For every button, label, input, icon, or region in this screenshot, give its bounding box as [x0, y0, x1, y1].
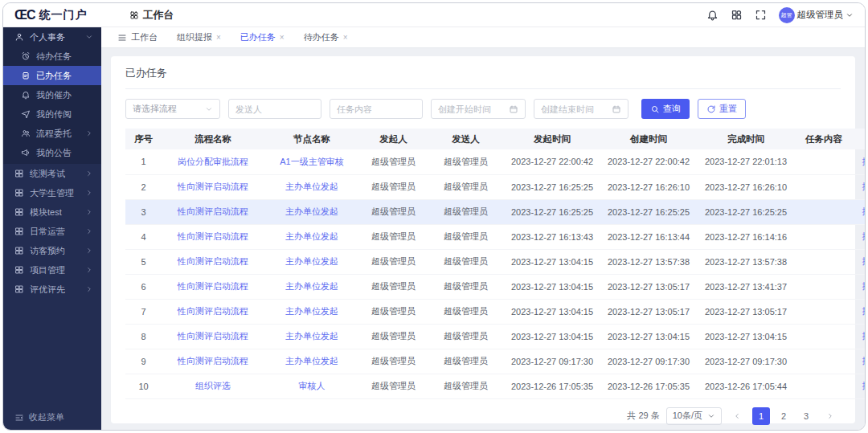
page-button[interactable]: 3	[797, 407, 815, 425]
node-link[interactable]: 主办单位发起	[264, 199, 359, 224]
process-link[interactable]: 组织评选	[162, 374, 264, 398]
table-row[interactable]: 7性向测评启动流程主办单位发起超级管理员超级管理员2023-12-27 13:0…	[125, 299, 866, 324]
recall-action[interactable]: 撤回	[862, 231, 866, 241]
process-link[interactable]: 性向测评启动流程	[162, 274, 264, 299]
process-link[interactable]: 性向测评启动流程	[162, 299, 264, 324]
next-page-button[interactable]	[821, 407, 839, 425]
process-link[interactable]: 性向测评启动流程	[162, 174, 264, 199]
process-link[interactable]: 性向测评启动流程	[162, 249, 264, 274]
initiator-cell: 超级管理员	[359, 349, 428, 374]
search-button[interactable]: 查询	[641, 99, 690, 119]
filter-bar: 请选择流程	[125, 99, 841, 119]
sidebar-item-link[interactable]: 待办任务	[3, 47, 101, 66]
tab-item[interactable]: 工作台	[108, 27, 167, 47]
table-row[interactable]: 4性向测评启动流程主办单位发起超级管理员超级管理员2023-12-27 16:1…	[125, 224, 866, 249]
sidebar-section-personal[interactable]: 个人事务	[3, 27, 101, 47]
table-row[interactable]: 6性向测评启动流程主办单位发起超级管理员超级管理员2023-12-27 13:0…	[125, 274, 866, 299]
node-link[interactable]: 主办单位发起	[264, 224, 359, 249]
process-link[interactable]: 性向测评启动流程	[162, 349, 264, 374]
sidebar-group[interactable]: 日常运营	[3, 222, 101, 241]
node-link[interactable]: 主办单位发起	[264, 174, 359, 199]
node-link[interactable]: A1一级主管审核	[264, 149, 359, 174]
collapse-icon	[14, 413, 24, 423]
page-button[interactable]: 2	[775, 407, 792, 425]
sidebar-group-label: 项目管理	[30, 264, 65, 276]
table-row[interactable]: 5性向测评启动流程主办单位发起超级管理员超级管理员2023-12-27 13:0…	[125, 249, 866, 274]
recall-action[interactable]: 撤回	[862, 331, 866, 341]
content-filter-input[interactable]	[337, 104, 416, 114]
tab-item[interactable]: 组织提报×	[167, 27, 231, 47]
recall-action[interactable]: 撤回	[862, 256, 866, 266]
recall-action[interactable]: 撤回	[862, 206, 866, 216]
search-icon	[650, 104, 660, 114]
row-no: 3	[125, 199, 162, 224]
recall-action[interactable]: 撤回	[862, 157, 866, 166]
collapse-menu-button[interactable]: 收起菜单	[3, 411, 101, 423]
initiator-cell: 超级管理员	[359, 274, 428, 299]
process-link[interactable]: 性向测评启动流程	[162, 324, 264, 349]
user-menu[interactable]: 超管 超级管理员	[779, 7, 854, 23]
process-filter-select[interactable]: 请选择流程	[125, 99, 220, 119]
node-link[interactable]: 主办单位发起	[264, 249, 359, 274]
sidebar-item-link[interactable]: 我的催办	[3, 85, 101, 104]
prev-page-button[interactable]	[728, 407, 746, 425]
recall-action[interactable]: 撤回	[862, 306, 866, 316]
send-icon	[21, 109, 31, 119]
sidebar-group[interactable]: 访客预约	[3, 241, 101, 260]
tab-item[interactable]: 待办任务×	[294, 27, 358, 47]
node-link[interactable]: 主办单位发起	[264, 299, 359, 324]
page-button[interactable]: 1	[752, 407, 770, 425]
apps-grid-icon[interactable]	[731, 9, 743, 21]
tab-close-icon[interactable]: ×	[343, 33, 348, 42]
chevron-down-icon	[85, 33, 93, 41]
table-row[interactable]: 9性向测评启动流程主办单位发起超级管理员超级管理员2023-12-27 09:1…	[125, 349, 866, 374]
sidebar-group[interactable]: 大学生管理	[3, 183, 101, 202]
done-tasks-panel: 已办任务 请选择流程	[111, 56, 855, 423]
recall-action[interactable]: 撤回	[862, 281, 866, 291]
sidebar-group[interactable]: 模块test	[3, 202, 101, 222]
sidebar-group[interactable]: 统测考试	[3, 164, 101, 183]
tab-close-icon[interactable]: ×	[216, 33, 221, 42]
table-row[interactable]: 3性向测评启动流程主办单位发起超级管理员超级管理员2023-12-27 16:2…	[125, 199, 866, 224]
person-icon	[14, 32, 24, 42]
recall-action[interactable]: 撤回	[862, 381, 866, 390]
reset-button[interactable]: 重置	[698, 99, 746, 119]
sidebar-item-link[interactable]: 流程委托	[3, 124, 101, 143]
bell-icon[interactable]	[706, 9, 719, 21]
tab-close-icon[interactable]: ×	[280, 33, 285, 42]
start-time-input[interactable]	[438, 104, 509, 114]
sender-cell: 超级管理员	[428, 299, 504, 324]
tab-item[interactable]: 已办任务×	[231, 27, 294, 47]
node-link[interactable]: 主办单位发起	[264, 324, 359, 349]
recall-action[interactable]: 撤回	[862, 182, 866, 191]
sender-filter-input[interactable]	[235, 104, 314, 114]
finished-time-cell: 2023-12-27 16:26:10	[697, 174, 795, 199]
task-content-cell	[795, 249, 853, 274]
sidebar-item-link[interactable]: 我的传阅	[3, 104, 101, 124]
table-row[interactable]: 2性向测评启动流程主办单位发起超级管理员超级管理员2023-12-27 16:2…	[125, 174, 866, 199]
recall-action[interactable]: 撤回	[862, 356, 866, 366]
node-link[interactable]: 主办单位发起	[264, 274, 359, 299]
logo-text: 统一门户	[39, 8, 88, 22]
process-link[interactable]: 性向测评启动流程	[162, 199, 264, 224]
sidebar-group[interactable]: 项目管理	[3, 260, 101, 280]
table-row[interactable]: 8性向测评启动流程主办单位发起超级管理员超级管理员2023-12-27 13:0…	[125, 324, 866, 349]
node-link[interactable]: 审核人	[264, 374, 359, 398]
tabbar: 工作台组织提报×已办任务×待办任务×	[101, 27, 865, 48]
menu-icon	[117, 33, 127, 43]
logo[interactable]: ŒC 统一门户	[14, 8, 88, 22]
fullscreen-icon[interactable]	[755, 9, 767, 21]
node-link[interactable]: 主办单位发起	[264, 349, 359, 374]
process-link[interactable]: 性向测评启动流程	[162, 224, 264, 249]
start-time-cell: 2023-12-27 13:04:15	[504, 299, 600, 324]
end-time-input[interactable]	[541, 104, 612, 114]
sidebar-group[interactable]: 评优评先	[3, 280, 101, 299]
sidebar-item-link[interactable]: 我的公告	[3, 143, 101, 162]
process-link[interactable]: 岗位分配审批流程	[162, 149, 264, 174]
sidebar-item-active[interactable]: 已办任务	[3, 66, 101, 85]
workspace-switcher[interactable]: 工作台	[129, 8, 174, 22]
page-buttons: 123	[752, 407, 815, 425]
table-row[interactable]: 10组织评选审核人超级管理员超级管理员2023-12-26 17:05:3520…	[125, 374, 866, 398]
page-size-select[interactable]: 10条/页	[666, 407, 722, 425]
table-row[interactable]: 1岗位分配审批流程A1一级主管审核超级管理员超级管理员2023-12-27 22…	[125, 149, 866, 174]
